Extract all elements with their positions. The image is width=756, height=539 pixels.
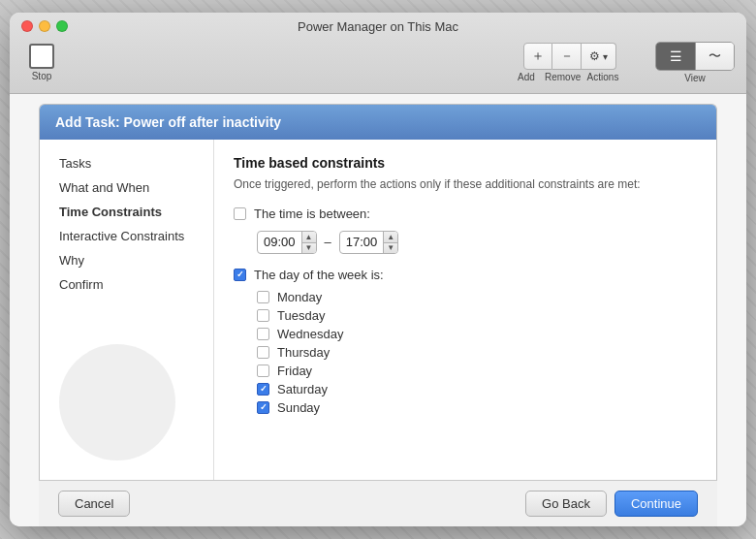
start-time-input[interactable]: 09:00 ▲ ▼ [257, 231, 317, 254]
go-back-button[interactable]: Go Back [525, 491, 607, 517]
list-view-button[interactable]: ☰ [656, 43, 695, 70]
start-time-down[interactable]: ▼ [302, 242, 316, 253]
day-of-week-header: The day of the week is: [234, 268, 697, 282]
add-button[interactable]: ＋ [523, 43, 552, 70]
end-time-down[interactable]: ▼ [384, 242, 397, 253]
day-thursday: Thursday [257, 345, 697, 360]
main-content: Add Task: Power off after inactivity Tas… [10, 94, 746, 526]
monday-label: Monday [277, 290, 322, 304]
footer-right: Go Back Continue [525, 491, 698, 517]
list-icon: ☰ [670, 48, 682, 64]
actions-label: Actions [578, 72, 628, 82]
end-time-up[interactable]: ▲ [384, 232, 397, 242]
content-area: Time based constraints Once triggered, p… [214, 140, 716, 480]
wednesday-label: Wednesday [277, 327, 343, 341]
thursday-checkbox[interactable] [257, 346, 269, 359]
stop-button[interactable]: Stop [21, 40, 62, 85]
remove-label: Remove [545, 72, 574, 82]
traffic-lights [21, 20, 68, 32]
continue-button[interactable]: Continue [614, 491, 698, 517]
time-inputs-row: 09:00 ▲ ▼ – 17:00 ▲ ▼ [257, 231, 697, 254]
stop-label: Stop [32, 71, 52, 81]
sunday-label: Sunday [277, 400, 320, 415]
monday-checkbox[interactable] [257, 291, 269, 303]
thursday-label: Thursday [277, 345, 330, 360]
titlebar-top: Power Manager on This Mac [10, 13, 746, 36]
remove-icon: － [560, 48, 574, 65]
actions-button[interactable]: ⚙ ▾ [582, 43, 616, 70]
other-view-icon: 〜 [709, 48, 721, 65]
stop-icon [29, 44, 54, 69]
sidebar-item-what-and-when[interactable]: What and When [44, 175, 209, 200]
cancel-button[interactable]: Cancel [58, 491, 130, 517]
dialog-footer: Cancel Go Back Continue [39, 480, 717, 526]
sidebar-item-time-constraints[interactable]: Time Constraints [44, 200, 209, 224]
other-view-button[interactable]: 〜 [695, 43, 734, 70]
sidebar-item-tasks[interactable]: Tasks [44, 151, 209, 175]
saturday-label: Saturday [277, 382, 328, 396]
actions-chevron: ▾ [603, 51, 608, 62]
dialog-body: Tasks What and When Time Constraints Int… [40, 140, 716, 480]
end-time-input[interactable]: 17:00 ▲ ▼ [339, 231, 399, 254]
view-group: ☰ 〜 View [655, 42, 735, 83]
dialog-header: Add Task: Power off after inactivity [40, 105, 716, 140]
saturday-checkbox[interactable] [257, 383, 269, 396]
day-monday: Monday [257, 290, 697, 304]
sunday-checkbox[interactable] [257, 401, 269, 414]
day-tuesday: Tuesday [257, 308, 697, 323]
friday-checkbox[interactable] [257, 365, 269, 377]
time-between-row: The time is between: [234, 206, 697, 221]
day-friday: Friday [257, 364, 697, 378]
tuesday-checkbox[interactable] [257, 309, 269, 322]
window-title: Power Manager on This Mac [298, 19, 458, 34]
day-of-week-section: The day of the week is: Monday Tuesday [234, 268, 697, 415]
dialog-title: Add Task: Power off after inactivity [55, 114, 281, 130]
time-between-label: The time is between: [254, 206, 370, 221]
minimize-button[interactable] [39, 20, 50, 32]
sidebar-item-why[interactable]: Why [44, 248, 209, 272]
close-button[interactable] [21, 20, 33, 32]
day-sunday: Sunday [257, 400, 697, 415]
remove-button[interactable]: － [552, 43, 582, 70]
main-window: Power Manager on This Mac Stop ＋ － [10, 13, 746, 526]
sidebar-item-interactive-constraints[interactable]: Interactive Constraints [44, 224, 209, 248]
day-wednesday: Wednesday [257, 327, 697, 341]
time-between-checkbox[interactable] [234, 207, 246, 220]
wednesday-checkbox[interactable] [257, 328, 269, 340]
sidebar-item-confirm[interactable]: Confirm [44, 272, 209, 297]
start-time-stepper[interactable]: ▲ ▼ [301, 232, 316, 253]
time-separator: – [325, 235, 331, 249]
day-of-week-label: The day of the week is: [254, 268, 384, 282]
view-buttons: ☰ 〜 [655, 42, 735, 71]
add-remove-actions-group: ＋ － ⚙ ▾ [523, 43, 616, 70]
sidebar: Tasks What and When Time Constraints Int… [40, 140, 214, 480]
add-icon: ＋ [531, 48, 545, 65]
tuesday-label: Tuesday [277, 308, 325, 323]
end-time-value: 17:00 [340, 232, 384, 252]
sidebar-decoration [59, 344, 175, 460]
day-saturday: Saturday [257, 382, 697, 396]
add-label: Add [512, 72, 541, 82]
end-time-stepper[interactable]: ▲ ▼ [383, 232, 397, 253]
gear-icon: ⚙ [589, 49, 600, 63]
toolbar: Stop ＋ － ⚙ ▾ Add [10, 36, 746, 93]
section-desc: Once triggered, perform the actions only… [234, 176, 697, 193]
start-time-value: 09:00 [258, 232, 301, 252]
day-of-week-checkbox[interactable] [234, 269, 246, 281]
section-title: Time based constraints [234, 155, 697, 171]
maximize-button[interactable] [56, 20, 68, 32]
friday-label: Friday [277, 364, 312, 378]
start-time-up[interactable]: ▲ [302, 232, 316, 242]
day-list: Monday Tuesday Wednesday [257, 290, 697, 415]
view-label: View [684, 73, 706, 83]
titlebar: Power Manager on This Mac Stop ＋ － [10, 13, 746, 94]
dialog-container: Add Task: Power off after inactivity Tas… [39, 104, 717, 480]
